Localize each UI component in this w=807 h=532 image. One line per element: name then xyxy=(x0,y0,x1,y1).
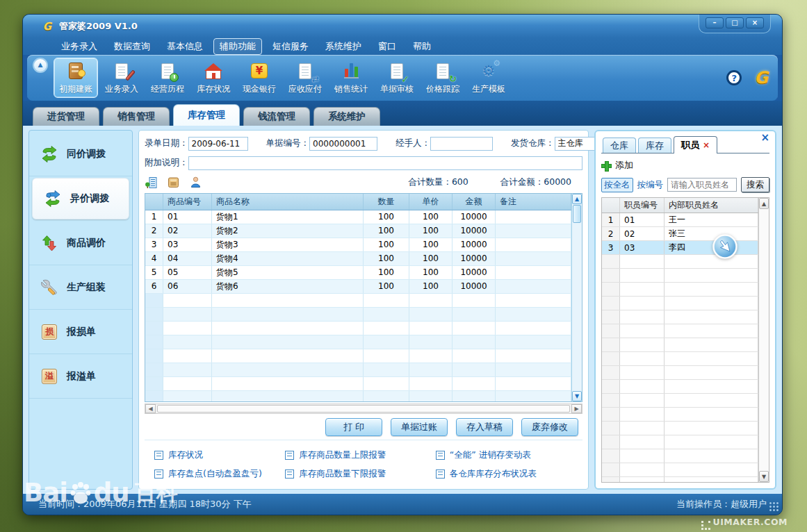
rptab-stock[interactable]: 库存 xyxy=(638,138,671,153)
warehouse-picker-icon[interactable] xyxy=(145,176,158,189)
empty-row[interactable] xyxy=(602,366,758,380)
table-row[interactable]: 202货物210010010000 xyxy=(145,224,571,238)
link-stocktaking[interactable]: 库存盘点(自动盘盈盘亏) xyxy=(154,468,285,480)
scroll-down-icon[interactable]: ▼ xyxy=(759,471,769,482)
link-allinone-report[interactable]: “全能” 进销存变动表 xyxy=(436,449,580,461)
menu-help[interactable]: 帮助 xyxy=(407,38,437,55)
toolbar-initial-setup[interactable]: 初期建账 xyxy=(54,58,98,98)
staff-scrollbar[interactable]: ▲ ▼ xyxy=(758,198,769,482)
empty-row[interactable] xyxy=(602,297,758,310)
staff-picker-icon[interactable] xyxy=(189,176,202,189)
save-draft-button[interactable]: 存入草稿 xyxy=(456,418,513,436)
tab-sales-mgmt[interactable]: 销售管理 xyxy=(103,107,170,126)
tab-purchase-mgmt[interactable]: 进货管理 xyxy=(33,107,99,126)
empty-row[interactable] xyxy=(602,352,758,366)
menu-sms-service[interactable]: 短信服务 xyxy=(266,38,315,55)
sidebar-same-price-transfer[interactable]: 同价调拨 xyxy=(29,132,132,176)
empty-row[interactable] xyxy=(145,363,571,377)
empty-row[interactable] xyxy=(145,377,571,391)
maximize-button[interactable]: □ xyxy=(726,17,744,28)
empty-row[interactable] xyxy=(602,380,758,394)
panel-close-icon[interactable]: × xyxy=(760,133,769,143)
menu-basic-info[interactable]: 基本信息 xyxy=(161,38,209,55)
help-icon[interactable]: ? xyxy=(726,70,742,85)
table-row[interactable]: 303货物310010010000 xyxy=(145,238,571,252)
add-staff-button[interactable]: 添加 xyxy=(601,157,769,174)
menu-data-query[interactable]: 数据查询 xyxy=(108,38,156,55)
date-input[interactable] xyxy=(188,137,248,151)
toolbar-voucher-audit[interactable]: ✓ 单据审核 xyxy=(375,58,419,98)
scrollbar-thumb[interactable] xyxy=(573,205,581,223)
empty-row[interactable] xyxy=(602,324,758,338)
empty-row[interactable] xyxy=(145,294,571,308)
empty-row[interactable] xyxy=(602,338,758,352)
horizontal-scrollbar[interactable]: ◀ ▶ xyxy=(145,404,582,414)
tab-system-maintenance[interactable]: 系统维护 xyxy=(313,107,380,126)
staff-search-input[interactable] xyxy=(667,178,737,192)
scrollbar-thumb[interactable] xyxy=(157,405,570,413)
scroll-left-icon[interactable]: ◀ xyxy=(145,404,156,413)
toolbar-cash-bank[interactable]: ¥ 现金银行 xyxy=(237,58,282,98)
tab-cashflow-mgmt[interactable]: 钱流管理 xyxy=(243,107,310,126)
resize-grip[interactable] xyxy=(769,501,779,512)
table-row[interactable]: 101货物110010010000 xyxy=(145,210,571,224)
menu-business-entry[interactable]: 业务录入 xyxy=(55,38,104,55)
toolbar-business-history[interactable]: 经营历程 xyxy=(145,58,190,98)
toolbar-price-tracking[interactable]: ↻ 价格跟踪 xyxy=(421,58,465,98)
collapse-toolbar-button[interactable]: ▲ xyxy=(33,58,48,73)
sidebar-overflow-report[interactable]: 溢 报溢单 xyxy=(29,354,132,399)
empty-row[interactable] xyxy=(602,269,758,283)
discard-changes-button[interactable]: 废弃修改 xyxy=(521,418,578,436)
menu-window[interactable]: 窗口 xyxy=(372,38,402,55)
empty-row[interactable] xyxy=(602,310,758,324)
scroll-up-icon[interactable]: ▲ xyxy=(759,198,769,209)
link-lower-limit-alert[interactable]: 库存商品数量下限报警 xyxy=(285,468,436,480)
tab-inventory-mgmt[interactable]: 库存管理 xyxy=(173,104,240,126)
table-row[interactable]: 404货物410010010000 xyxy=(145,252,571,266)
rptab-warehouse[interactable]: 仓库 xyxy=(603,138,636,153)
link-upper-limit-alert[interactable]: 库存商品数量上限报警 xyxy=(285,449,436,461)
staff-row[interactable]: 101王一 xyxy=(602,213,758,227)
handler-input[interactable] xyxy=(430,137,493,151)
empty-row[interactable] xyxy=(145,335,571,349)
goods-picker-icon[interactable] xyxy=(167,176,180,189)
toolbar-inventory-status[interactable]: 库存状况 xyxy=(191,58,236,98)
scroll-up-icon[interactable]: ▲ xyxy=(572,194,582,204)
post-voucher-button[interactable]: 单据过账 xyxy=(391,418,448,436)
voucher-no-input[interactable] xyxy=(309,137,377,151)
scroll-right-icon[interactable]: ▶ xyxy=(571,404,582,413)
scroll-down-icon[interactable]: ▼ xyxy=(572,391,582,401)
toolbar-receivable-payable[interactable]: ⇄ 应收应付 xyxy=(283,58,327,98)
note-input[interactable] xyxy=(188,156,583,170)
toolbar-business-entry[interactable]: 业务录入 xyxy=(99,58,144,98)
empty-row[interactable] xyxy=(145,391,571,403)
empty-row[interactable] xyxy=(602,394,758,408)
link-warehouse-distribution[interactable]: 各仓库库存分布状况表 xyxy=(436,468,580,480)
sidebar-loss-report[interactable]: 损 报损单 xyxy=(29,310,132,354)
sidebar-goods-price-adjust[interactable]: 商品调价 xyxy=(29,221,132,265)
table-row[interactable]: 505货物510010010000 xyxy=(145,266,571,280)
rptab-staff[interactable]: 职员× xyxy=(674,136,717,153)
sidebar-diff-price-transfer[interactable]: 异价调拨 xyxy=(32,178,129,219)
empty-row[interactable] xyxy=(145,349,571,363)
vertical-scrollbar[interactable]: ▲ ▼ xyxy=(571,194,582,402)
filter-by-fullname[interactable]: 按全名 xyxy=(601,178,633,192)
print-button[interactable]: 打 印 xyxy=(325,418,382,436)
toolbar-production-template[interactable]: ⚙⚙ 生产模板 xyxy=(466,58,511,98)
menu-system-maintenance[interactable]: 系统维护 xyxy=(319,38,368,55)
menu-auxiliary-functions[interactable]: 辅助功能 xyxy=(213,38,262,55)
empty-row[interactable] xyxy=(602,408,758,422)
empty-row[interactable] xyxy=(145,322,571,335)
search-button[interactable]: 搜索 xyxy=(741,177,769,192)
empty-row[interactable] xyxy=(602,435,758,449)
empty-row[interactable] xyxy=(602,283,758,297)
close-button[interactable]: × xyxy=(746,17,764,28)
empty-row[interactable] xyxy=(602,463,758,477)
tab-close-icon[interactable]: × xyxy=(703,140,710,150)
filter-by-code[interactable]: 按编号 xyxy=(637,179,664,191)
empty-row[interactable] xyxy=(602,477,758,483)
sidebar-production-assembly[interactable]: 生产组装 xyxy=(29,265,132,310)
link-inventory-status[interactable]: 库存状况 xyxy=(154,449,285,461)
empty-row[interactable] xyxy=(145,308,571,322)
minimize-button[interactable]: – xyxy=(706,17,724,28)
